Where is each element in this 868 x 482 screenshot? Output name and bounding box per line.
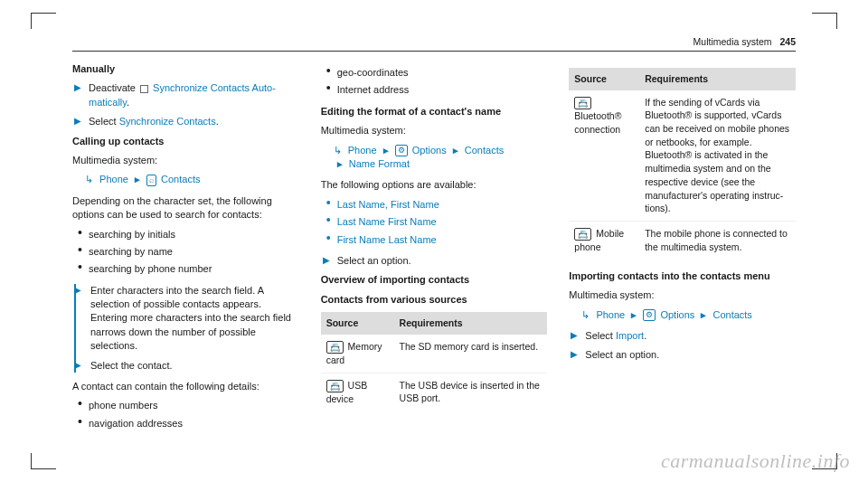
cell-source: 📇 Bluetooth® con­nection [569, 90, 639, 222]
crumb-nameformat: Name Format [349, 158, 410, 169]
corner-mark-bl [31, 453, 56, 469]
crumb-phone: Phone [596, 309, 625, 320]
sources-table-2: Source Requirements 📇 Bluetooth® con­nec… [569, 68, 796, 260]
corner-mark-tl [31, 13, 56, 29]
list-item: searching by phone number [72, 262, 299, 276]
breadcrumb: ↳ Phone ▸ ⌕ Contacts [85, 173, 299, 186]
table-row: 📇 Bluetooth® con­nection If the sending … [569, 90, 796, 222]
cell-req: If the sending of vCards via Bluetooth® … [639, 90, 796, 222]
list-item: searching by name [72, 245, 299, 259]
bullet-list: phone numbers navigation addresses [72, 399, 299, 430]
cell-source: 📇 USB device [321, 373, 394, 411]
cell-req: The mobile phone is connected to the mul… [639, 221, 796, 260]
step-deactivate: Deactivate Synchronize Contacts Auto­mat… [72, 81, 299, 109]
crumb-contacts: Contacts [712, 309, 751, 320]
memory-card-icon: 📇 [326, 341, 344, 354]
heading-manually: Manually [72, 62, 299, 76]
watermark: carmanualsonline.info [661, 449, 850, 473]
search-icon: ⌕ [146, 175, 156, 186]
text: Select [585, 330, 616, 341]
step-select-import: Select Import. [569, 329, 796, 343]
text-options-avail: The following options are available: [321, 178, 548, 192]
sources-table-1: Source Requirements 📇 Memory card The SD… [321, 312, 548, 412]
list-item: searching by initials [72, 228, 299, 241]
crumb-phone: Phone [348, 145, 377, 156]
arrow-icon: ↳ [334, 145, 342, 156]
arrow-icon: ↳ [85, 174, 93, 184]
column-2: geo-coordinates Internet address Editing… [321, 62, 548, 438]
link-import: Import [616, 330, 644, 341]
th-source: Source [321, 312, 394, 335]
separator-icon: ▸ [383, 145, 389, 156]
bluetooth-icon: 📇 [574, 97, 591, 109]
step-select-option: Select an option. [321, 254, 548, 268]
bullet-list: searching by initials searching by name … [72, 228, 299, 277]
crumb-options: Options [412, 145, 447, 156]
bullet-list: geo-coordinates Internet address [321, 66, 548, 98]
list-item: Internet address [321, 83, 548, 97]
crumb-contacts: Contacts [161, 174, 200, 184]
section-title: Multimedia system [693, 36, 772, 47]
cell-text: Bluetooth® con­nection [574, 110, 621, 135]
separator-icon: ▸ [337, 158, 343, 169]
text-depending: Depending on the character set, the foll… [72, 194, 299, 222]
column-1: Manually Deactivate Synchronize Contacts… [72, 62, 299, 438]
corner-mark-tr [812, 13, 837, 29]
th-req: Requirements [639, 68, 796, 90]
heading-editing: Editing the format of a contact's name [321, 105, 548, 118]
separator-icon: ▸ [135, 174, 140, 184]
text: Select [89, 116, 119, 127]
table-row: 📇 Mobile phone The mobile phone is conne… [569, 221, 796, 260]
cell-req: The USB device is inserted in the USB po… [394, 373, 548, 411]
list-item: First Name Last Name [321, 233, 548, 247]
text: . [216, 116, 219, 127]
separator-icon: ▸ [453, 145, 458, 156]
step-group: Enter characters into the search field. … [74, 284, 299, 373]
heading-overview: Overview of importing contacts [321, 273, 548, 287]
cell-req: The SD memory card is inserted. [394, 335, 548, 373]
link-sync-contacts: Synchronize Contacts [119, 116, 216, 127]
label-mms: Multimedia system: [321, 124, 548, 137]
list-item: Last Name, First Name [321, 198, 548, 212]
separator-icon: ▸ [701, 309, 706, 320]
th-source: Source [569, 68, 639, 90]
page-header: Multimedia system 245 [72, 36, 796, 52]
text-details: A contact can contain the following deta… [72, 380, 299, 393]
crumb-options: Options [660, 309, 694, 320]
breadcrumb: ↳ Phone ▸ ⚙ Options ▸ Contacts ▸ Name Fo… [334, 144, 548, 172]
list-item: navigation addresses [72, 417, 299, 430]
gear-icon: ⚙ [395, 145, 408, 156]
crumb-contacts: Contacts [465, 145, 504, 156]
checkbox-icon [140, 85, 148, 93]
step-select-option: Select an option. [569, 348, 796, 362]
arrow-icon: ↳ [581, 309, 590, 320]
step-select-sync: Select Synchronize Contacts. [72, 115, 299, 128]
cell-source: 📇 Mobile phone [569, 221, 639, 260]
table-header-row: Source Requirements [321, 312, 548, 335]
phone-icon: 📇 [574, 228, 591, 241]
gear-icon: ⚙ [643, 309, 656, 321]
th-req: Requirements [394, 312, 548, 335]
heading-calling: Calling up contacts [72, 135, 299, 148]
heading-cfvs: Contacts from various sources [321, 293, 548, 307]
text: . [127, 97, 129, 108]
column-3: Source Requirements 📇 Bluetooth® con­nec… [569, 62, 796, 438]
page-number: 245 [779, 36, 796, 47]
breadcrumb: ↳ Phone ▸ ⚙ Options ▸ Contacts [581, 308, 796, 322]
label-mms: Multimedia system: [72, 154, 299, 167]
usb-icon: 📇 [326, 380, 344, 392]
crumb-phone: Phone [99, 174, 128, 184]
step-select-contact: Select the contact. [89, 359, 299, 373]
bullet-list: Last Name, First Name Last Name First Na… [321, 198, 548, 247]
content-columns: Manually Deactivate Synchronize Contacts… [72, 62, 796, 438]
list-item: phone numbers [72, 399, 299, 412]
label-mms: Multimedia system: [569, 288, 796, 302]
separator-icon: ▸ [631, 309, 637, 320]
text: . [644, 330, 646, 341]
table-header-row: Source Requirements [569, 68, 796, 90]
text: Deactivate [89, 82, 138, 93]
cell-source: 📇 Memory card [321, 335, 394, 373]
heading-importing: Importing contacts into the contacts men… [569, 269, 796, 283]
step-enter-chars: Enter characters into the search field. … [89, 284, 299, 354]
list-item: Last Name First Name [321, 215, 548, 229]
